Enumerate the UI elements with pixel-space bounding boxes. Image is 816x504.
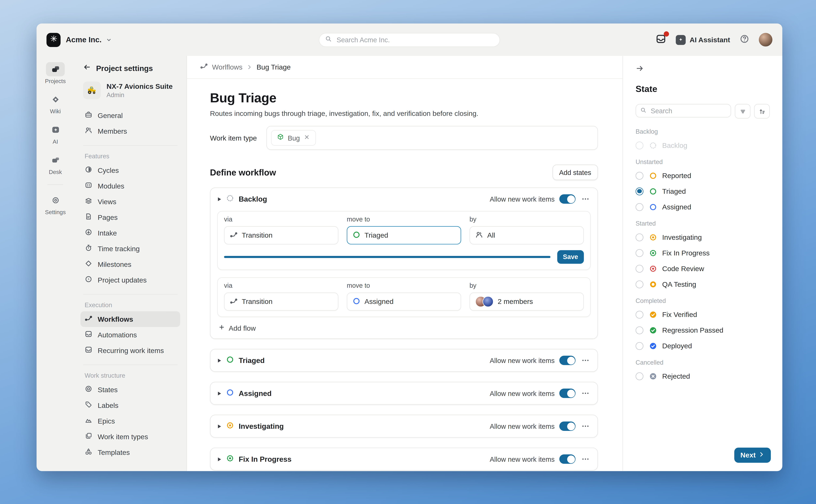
state-option-fix-in-progress[interactable]: Fix In Progress [636,245,770,261]
state-search[interactable] [636,104,731,118]
radio-checked[interactable] [636,187,643,195]
breadcrumb-parent[interactable]: Worlflows [212,63,242,71]
radio-unchecked[interactable] [636,249,643,257]
global-search-input[interactable] [336,35,494,44]
sidebar-item-epics[interactable]: Epics [80,413,180,429]
rail-item-ai[interactable]: AI [46,123,65,145]
sidebar-item-label: States [98,386,118,394]
radio-unchecked[interactable] [636,141,643,149]
add-flow-button[interactable]: Add flow [217,324,591,332]
state-option-investigating[interactable]: Investigating [636,229,770,245]
collapse-panel-arrow-icon[interactable] [636,64,645,73]
sidebar-item-general[interactable]: General [80,108,180,123]
sidebar-item-project-updates[interactable]: Project updates [80,272,180,288]
state-option-fix-verified[interactable]: Fix Verified [636,307,770,322]
add-states-button[interactable]: Add states [552,165,598,180]
state-option-label: Fix Verified [662,310,697,318]
state-option-regression-passed[interactable]: Regression Passed [636,322,770,338]
user-avatar[interactable] [759,33,772,47]
ai-assistant-button[interactable]: AI Assistant [676,35,730,45]
radio-unchecked[interactable] [636,172,643,179]
sidebar-item-templates[interactable]: Templates [80,444,180,460]
sidebar-item-views[interactable]: Views [80,194,180,209]
help-button[interactable] [739,34,749,46]
workspace-logo[interactable] [47,33,61,47]
sidebar-item-states[interactable]: States [80,382,180,397]
sidebar-item-label: General [98,111,123,119]
state-option-reported[interactable]: Reported [636,168,770,183]
radio-unchecked[interactable] [636,265,643,272]
state-card-backlog: Backlog Allow new work items via move to… [210,188,598,339]
collapse-caret-icon[interactable] [217,457,221,461]
state-option-backlog[interactable]: Backlog [636,137,770,153]
state-icon [649,249,657,257]
allow-toggle[interactable] [559,194,575,204]
sidebar-item-modules[interactable]: Modules [80,178,180,194]
ellipsis-menu-icon[interactable] [580,421,591,431]
project-card[interactable]: NX-7 Avionics Suite Admin [80,81,180,99]
collapse-caret-icon[interactable] [217,197,221,201]
radio-unchecked[interactable] [636,310,643,318]
rail-item-wiki[interactable]: Wiki [46,92,65,114]
rail-item-desk[interactable]: Desk [46,153,65,175]
collapse-caret-icon[interactable] [217,391,221,396]
collapse-caret-icon[interactable] [217,358,221,363]
state-option-label: Backlog [662,141,687,149]
next-button[interactable]: Next [734,448,771,463]
sort-button[interactable] [754,104,770,119]
global-search[interactable] [319,33,500,47]
state-option-rejected[interactable]: Rejected [636,368,770,384]
radio-unchecked[interactable] [636,233,643,241]
state-search-input[interactable] [650,106,726,115]
radio-unchecked[interactable] [636,372,643,380]
state-icon [226,421,234,431]
rail-item-projects[interactable]: Projects [45,62,66,84]
sidebar-item-cycles[interactable]: Cycles [80,162,180,178]
radio-unchecked[interactable] [636,280,643,288]
chevron-down-icon[interactable] [106,37,111,43]
state-option-deployed[interactable]: Deployed [636,338,770,354]
ellipsis-menu-icon[interactable] [580,454,591,464]
allow-toggle[interactable] [559,389,575,398]
ai-assistant-label: AI Assistant [690,36,730,44]
radio-unchecked[interactable] [636,203,643,211]
sidebar-item-intake[interactable]: Intake [80,225,180,241]
sidebar-item-pages[interactable]: Pages [80,209,180,225]
close-icon[interactable] [304,133,310,143]
back-arrow-icon[interactable] [83,63,91,73]
ellipsis-menu-icon[interactable] [580,194,591,204]
allow-toggle[interactable] [559,356,575,365]
collapse-caret-icon[interactable] [217,424,221,429]
sidebar-item-time-tracking[interactable]: Time tracking [80,241,180,256]
allow-toggle[interactable] [559,454,575,464]
ellipsis-menu-icon[interactable] [580,355,591,366]
state-option-triaged[interactable]: Triaged [636,183,770,199]
work-item-type-field[interactable]: Bug [266,126,598,150]
allow-toggle[interactable] [559,421,575,431]
move-to-select[interactable]: Triaged [347,226,461,244]
radio-unchecked[interactable] [636,342,643,350]
sidebar-item-work-item-types[interactable]: Work item types [80,429,180,444]
via-select[interactable]: Transition [224,292,338,311]
state-option-qa-testing[interactable]: QA Testing [636,276,770,292]
save-button[interactable]: Save [557,250,584,264]
rail-item-settings[interactable]: Settings [45,193,66,215]
via-select[interactable]: Transition [224,226,338,244]
workspace-name[interactable]: Acme Inc. [66,36,102,44]
by-select[interactable]: All [470,226,584,244]
sidebar-item-labels[interactable]: Labels [80,397,180,413]
inbox-button[interactable] [656,33,667,46]
ellipsis-menu-icon[interactable] [580,388,591,399]
filter-button[interactable] [735,104,750,119]
radio-unchecked[interactable] [636,326,643,334]
state-option-code-review[interactable]: Code Review [636,261,770,276]
sidebar-item-milestones[interactable]: Milestones [80,256,180,272]
sidebar-item-members[interactable]: Members [80,123,180,139]
sidebar-item-workflows[interactable]: Workflows [80,311,180,327]
sidebar-item-recurring-work-items[interactable]: Recurring work items [80,343,180,358]
sidebar-item-automations[interactable]: Automations [80,327,180,343]
by-select[interactable]: 2 members [470,292,584,311]
state-option-assigned[interactable]: Assigned [636,199,770,215]
move-to-select[interactable]: Assigned [347,292,461,311]
work-item-type-chip[interactable]: Bug [271,130,316,146]
